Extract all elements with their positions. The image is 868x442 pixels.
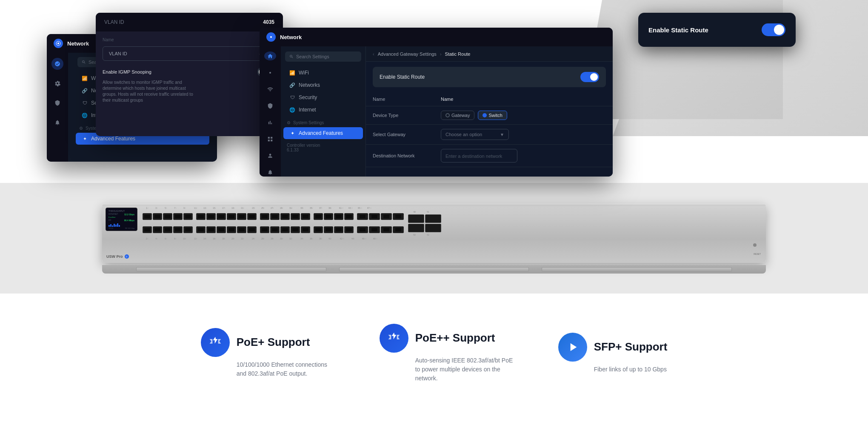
security-icon-main: 🛡 bbox=[289, 94, 295, 100]
sidebar-user-main[interactable] bbox=[264, 151, 276, 160]
device-type-options: Gateway Switch bbox=[441, 111, 507, 120]
port-44 bbox=[369, 226, 380, 233]
destination-input[interactable]: Enter a destination network bbox=[441, 149, 517, 163]
sidebar-icon-settings[interactable] bbox=[51, 77, 63, 89]
enable-static-route-toggle[interactable] bbox=[580, 72, 599, 82]
sidebar-bell-main[interactable] bbox=[264, 168, 276, 177]
advanced-icon-back: ✦ bbox=[82, 136, 88, 142]
chart-bar-2 bbox=[110, 224, 111, 227]
sidebar-wifi-main[interactable] bbox=[264, 85, 276, 94]
sidebar-main bbox=[260, 46, 281, 177]
nav-advanced-main[interactable]: ✦ Advanced Features bbox=[283, 127, 363, 139]
vlan-id-label: VLAN ID bbox=[104, 19, 124, 25]
port-24 bbox=[260, 226, 269, 233]
select-gateway-dropdown[interactable]: Choose an option ▼ bbox=[441, 129, 509, 140]
port-38 bbox=[334, 226, 343, 233]
main-network-panel: Network bbox=[260, 28, 613, 177]
port-46 bbox=[381, 226, 392, 233]
display-chart bbox=[108, 222, 134, 227]
sidebar-icon-bell[interactable] bbox=[51, 117, 63, 128]
bracket-right bbox=[542, 267, 732, 271]
name-label: Name bbox=[373, 97, 441, 102]
port-27 bbox=[280, 213, 290, 220]
vlan-id-field: VLAN ID 4035 bbox=[103, 46, 276, 61]
select-gateway-placeholder: Choose an option bbox=[445, 132, 482, 137]
nav-networks-label-main: Networks bbox=[299, 82, 320, 88]
nav-wifi-main[interactable]: 📶 WiFi bbox=[283, 67, 363, 79]
nav-networks-main[interactable]: 🔗 Networks bbox=[283, 79, 363, 91]
port-32 bbox=[301, 226, 310, 233]
internet-label: INTERNET bbox=[108, 213, 118, 215]
reset-button[interactable] bbox=[753, 243, 757, 247]
chart-bar-6 bbox=[117, 223, 118, 227]
breadcrumb-arrow: ‹ bbox=[373, 51, 374, 57]
switch-ubiquiti-icon: U bbox=[125, 254, 129, 259]
select-gateway-row: Select Gateway Choose an option ▼ bbox=[366, 125, 613, 145]
nav-wifi-label-main: WiFi bbox=[299, 70, 309, 76]
sfp-50 bbox=[408, 224, 424, 232]
sidebar-security-main[interactable] bbox=[264, 101, 276, 110]
name-col-header: Name bbox=[441, 97, 606, 102]
breadcrumb-bar: ‹ Advanced Gateway Settings › Static Rou… bbox=[366, 46, 613, 62]
panel-title-back: Network bbox=[67, 40, 89, 47]
nav-security-main[interactable]: 🛡 Security bbox=[283, 91, 363, 103]
port-37 bbox=[334, 213, 343, 220]
panel-title-main: Network bbox=[280, 34, 302, 40]
gateway-radio[interactable]: Gateway bbox=[441, 111, 474, 120]
destination-placeholder: Enter a destination network bbox=[445, 154, 502, 159]
sfp-51 bbox=[425, 214, 441, 223]
sidebar-icon-security[interactable] bbox=[51, 97, 63, 109]
internet-value: 12.2 Gbps bbox=[124, 213, 134, 216]
sidebar-settings-main[interactable] bbox=[264, 68, 276, 77]
port-13 bbox=[206, 213, 216, 220]
port-36 bbox=[324, 226, 333, 233]
sidebar-chart-main[interactable] bbox=[264, 118, 276, 127]
version-info: Controller version 6.1.33 bbox=[281, 140, 365, 156]
igmp-title: Enable IGMP Snooping bbox=[103, 69, 151, 74]
enable-static-route-label: Enable Static Route bbox=[380, 74, 425, 80]
nav-advanced-label-main: Advanced Features bbox=[299, 130, 343, 136]
static-route-card-toggle[interactable] bbox=[762, 23, 785, 36]
gateway-label: Gateway bbox=[451, 113, 470, 118]
sidebar-home-main[interactable] bbox=[264, 51, 276, 60]
igmp-section: Enable IGMP Snooping Allow switches to m… bbox=[103, 67, 276, 103]
port-21 bbox=[247, 213, 257, 220]
vlan-header: VLAN ID 4035 bbox=[96, 13, 283, 31]
static-route-content: ‹ Advanced Gateway Settings › Static Rou… bbox=[366, 46, 613, 177]
port-42 bbox=[357, 226, 368, 233]
panel-header-main: Network bbox=[260, 28, 613, 46]
internet-icon-back: 🌐 bbox=[82, 112, 88, 118]
port-34 bbox=[314, 226, 323, 233]
sidebar-icon-network[interactable] bbox=[51, 58, 63, 70]
port-labels-bottom: 2↑ 4↑ 6↑ 8↑ 10↑ 12↑ 14↑ 16↑ 18↑ 20↑ 22↑ … bbox=[143, 237, 721, 240]
panel-icon-back bbox=[54, 39, 63, 48]
switch-radio[interactable]: Switch bbox=[478, 111, 507, 120]
sidebar-grid-main[interactable] bbox=[264, 134, 276, 143]
wifi-icon-back: 📶 bbox=[82, 75, 88, 81]
port-11 bbox=[196, 213, 206, 220]
vlan-id-value: 4035 bbox=[263, 19, 274, 25]
display-title: THROUGHPUT bbox=[108, 210, 134, 212]
bracket-center bbox=[339, 267, 529, 271]
poe-plus-plus-title: PoE++ Support bbox=[415, 331, 495, 345]
nav-internet-main[interactable]: 🌐 Internet bbox=[283, 104, 363, 116]
switch-radio-dot bbox=[483, 113, 487, 117]
search-bar-main[interactable]: Search Settings bbox=[285, 51, 361, 62]
poe-plus-plus-desc: Auto-sensing IEEE 802.3af/at/bt PoE to p… bbox=[415, 356, 516, 383]
port-row-bottom: 50 52 bbox=[143, 224, 721, 236]
port-12 bbox=[196, 226, 206, 233]
static-route-card-label: Enable Static Route bbox=[648, 26, 708, 34]
sfp-plus-desc: Fiber links of up to 10 Gbps bbox=[594, 365, 667, 374]
port-20 bbox=[237, 226, 246, 233]
vlan-name-label: Name bbox=[103, 37, 114, 42]
nav-internet-label-main: Internet bbox=[299, 107, 316, 113]
switch-top-rail bbox=[102, 203, 766, 206]
vlan-panel: VLAN ID 4035 Name Test VLAN ID 4035 Enab… bbox=[96, 13, 283, 136]
tx-row: TX 10 bbox=[108, 227, 113, 229]
port-29 bbox=[291, 213, 300, 220]
breadcrumb-parent: Advanced Gateway Settings bbox=[378, 51, 437, 57]
port-18 bbox=[227, 226, 236, 233]
enable-static-route-row: Enable Static Route bbox=[373, 67, 606, 87]
io-value: 98.4 Mbps bbox=[124, 219, 134, 222]
port-10 bbox=[183, 226, 193, 233]
